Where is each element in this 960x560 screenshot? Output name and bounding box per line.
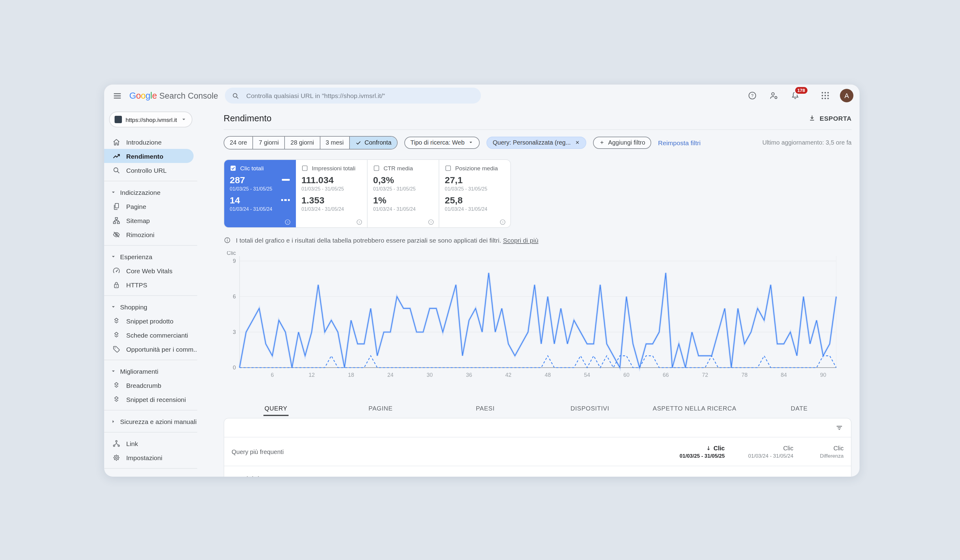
tab-aspetto-nella-ricerca[interactable]: ASPETTO NELLA RICERCA <box>642 403 747 418</box>
help-button[interactable]: ? <box>746 89 759 102</box>
check-icon <box>355 139 362 146</box>
checkbox-empty-icon[interactable] <box>373 165 380 171</box>
svg-text:3: 3 <box>233 329 236 335</box>
range-segment-24-ore[interactable]: 24 ore <box>224 136 253 149</box>
sidebar-section-shopping[interactable]: Shopping <box>104 299 197 314</box>
sidebar-item-invia-feedback[interactable]: Invia feedback <box>104 472 197 477</box>
range-segment-3-mesi[interactable]: 3 mesi <box>320 136 350 149</box>
help-icon[interactable]: ? <box>356 217 363 224</box>
notice-text: I totali del grafico e i risultati della… <box>236 237 501 244</box>
sidebar-item-link[interactable]: Link <box>104 436 197 450</box>
close-icon[interactable] <box>574 140 580 145</box>
export-button[interactable]: ESPORTA <box>808 114 851 122</box>
sidebar-item-label: Sitemap <box>126 217 150 224</box>
notifications-button[interactable]: 178 <box>789 89 802 102</box>
tab-pagine[interactable]: PAGINE <box>328 403 433 418</box>
chevron-down-icon <box>110 368 117 374</box>
checkbox-empty-icon[interactable] <box>301 165 308 171</box>
sidebar-section-indicizzazione[interactable]: Indicizzazione <box>104 185 197 199</box>
sidebar-item-sitemap[interactable]: Sitemap <box>104 213 197 227</box>
learn-more-link[interactable]: Scopri di più <box>503 237 539 244</box>
sidebar-item-rendimento[interactable]: Rendimento <box>104 149 194 163</box>
add-filter-label: Aggiungi filtro <box>608 139 645 146</box>
sidebar-section-esperienza[interactable]: Esperienza <box>104 250 197 264</box>
sidebar-item-pagine[interactable]: Pagine <box>104 199 197 213</box>
tab-dispositivi[interactable]: DISPOSITIVI <box>538 403 642 418</box>
checkbox-checked-icon[interactable] <box>230 165 237 171</box>
property-favicon <box>115 116 122 123</box>
sidebar-item-controllo-url[interactable]: Controllo URL <box>104 163 197 177</box>
menu-icon[interactable] <box>110 89 124 102</box>
checkbox-empty-icon[interactable] <box>445 165 451 171</box>
svg-text:84: 84 <box>781 372 787 378</box>
tab-date[interactable]: DATE <box>747 403 851 418</box>
svg-text:?: ? <box>430 221 432 224</box>
help-icon: ? <box>747 91 757 101</box>
card-total-clicks[interactable]: Clic totali 287 01/03/25 - 31/05/25 14 0… <box>224 160 296 227</box>
sidebar-item-label: HTTPS <box>126 281 147 288</box>
compare-label: Confronta <box>365 139 392 146</box>
sidebar-item-breadcrumb[interactable]: Breadcrumb <box>104 378 197 392</box>
svg-text:?: ? <box>751 93 754 98</box>
avatar[interactable]: A <box>840 89 853 102</box>
svg-text:18: 18 <box>348 372 354 378</box>
tab-paesi[interactable]: PAESI <box>433 403 538 418</box>
query-filter-chip-label: Query: Personalizzata (reg... <box>493 139 571 146</box>
compare-segment[interactable]: Confronta <box>350 136 397 149</box>
card-total-impressions[interactable]: Impressioni totali 111.034 01/03/25 - 31… <box>296 160 368 227</box>
add-filter-chip[interactable]: Aggiungi filtro <box>593 136 651 149</box>
table-row[interactable]: scotch brite15015 <box>224 466 851 477</box>
range-segment-28-giorni[interactable]: 28 giorni <box>285 136 320 149</box>
url-inspection-input[interactable] <box>245 91 474 100</box>
query-filter-chip[interactable]: Query: Personalizzata (reg... <box>487 136 586 149</box>
search-type-chip[interactable]: Tipo di ricerca: Web <box>404 136 480 149</box>
google-logo-letter: G <box>129 91 136 101</box>
chevron-down-icon <box>110 253 117 259</box>
sidebar-item-impostazioni[interactable]: Impostazioni <box>104 450 197 464</box>
svg-text:Clic: Clic <box>227 251 236 256</box>
column-clicks-difference[interactable]: Clic Differenza <box>794 445 843 459</box>
sidebar-item-label: Core Web Vitals <box>126 267 173 274</box>
sidebar-item-introduzione[interactable]: Introduzione <box>104 135 197 149</box>
tag-icon <box>112 345 121 353</box>
sidebar-section-sicurezza-e-azioni-manuali[interactable]: Sicurezza e azioni manuali <box>104 414 197 428</box>
sidebar-item-https[interactable]: HTTPS <box>104 278 197 292</box>
sidebar-item-schede-commercianti[interactable]: Schede commercianti <box>104 328 197 342</box>
column-clicks-previous[interactable]: Clic 01/03/24 - 31/05/24 <box>725 445 794 459</box>
sidebar-item-label: Snippet di recensioni <box>126 395 186 403</box>
sidebar-section-miglioramenti[interactable]: Miglioramenti <box>104 364 197 378</box>
chevron-down-icon <box>110 189 117 195</box>
sidebar-item-label: Snippet prodotto <box>126 317 173 325</box>
property-selector[interactable]: https://shop.ivmsrl.it/ <box>109 112 192 128</box>
performance-chart[interactable]: 0369Clic61218243036424854606672788490 <box>224 251 840 379</box>
help-icon[interactable]: ? <box>284 217 291 224</box>
sidebar-item-core-web-vitals[interactable]: Core Web Vitals <box>104 264 197 278</box>
column-clicks-current[interactable]: Clic 01/03/25 - 31/05/25 <box>621 445 725 459</box>
sidebar-item-label: Link <box>126 440 138 447</box>
sidebar-item-opportunit-per-i-comm[interactable]: Opportunità per i comm... <box>104 342 197 356</box>
sidebar-section-label: Miglioramenti <box>120 367 158 374</box>
sidebar-item-snippet-di-recensioni[interactable]: Snippet di recensioni <box>104 392 197 406</box>
url-inspection-searchbar[interactable] <box>225 88 481 104</box>
sidebar-item-snippet-prodotto[interactable]: Snippet prodotto <box>104 314 197 328</box>
sidebar-divider <box>104 181 197 181</box>
reset-filters-link[interactable]: Reimposta filtri <box>658 139 701 146</box>
card-label: Impressioni totali <box>312 165 356 171</box>
svg-text:36: 36 <box>466 372 472 378</box>
user-settings-button[interactable] <box>767 89 781 102</box>
card-average-ctr[interactable]: CTR media 0,3% 01/03/25 - 31/05/25 1% 01… <box>368 160 439 227</box>
performance-icon <box>112 152 121 160</box>
card-average-position[interactable]: Posizione media 27,1 01/03/25 - 31/05/25… <box>439 160 510 227</box>
help-icon[interactable]: ? <box>499 217 506 224</box>
help-icon[interactable]: ? <box>428 217 434 224</box>
svg-text:?: ? <box>287 221 288 224</box>
range-segment-7-giorni[interactable]: 7 giorni <box>253 136 285 149</box>
topbar-actions: ? 178 A <box>746 89 853 102</box>
query-cell[interactable]: scotch brite <box>232 475 264 477</box>
google-apps-button[interactable] <box>819 89 832 102</box>
filter-list-icon[interactable] <box>835 423 843 432</box>
svg-text:?: ? <box>502 221 503 224</box>
svg-text:90: 90 <box>820 372 826 378</box>
tab-query[interactable]: QUERY <box>224 403 328 418</box>
sidebar-item-rimozioni[interactable]: Rimozioni <box>104 227 197 242</box>
